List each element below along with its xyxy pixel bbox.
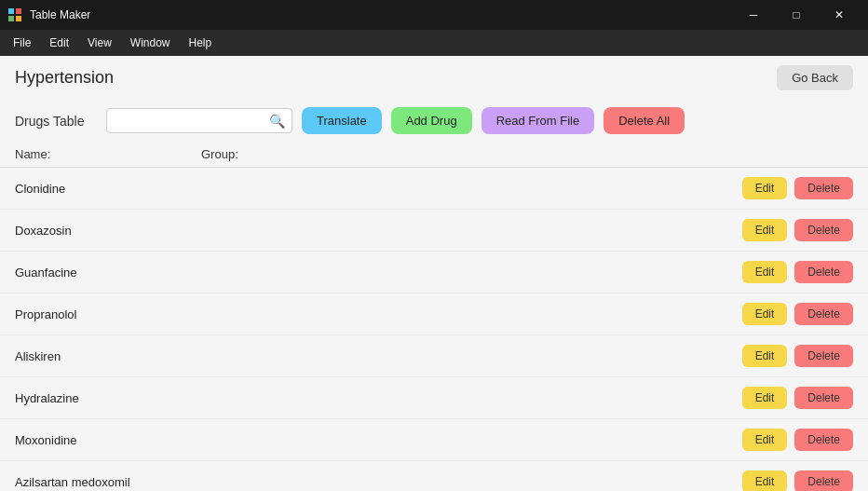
menu-help[interactable]: Help — [180, 33, 222, 53]
drug-name: Propranolol — [15, 307, 742, 321]
edit-button[interactable]: Edit — [742, 177, 788, 199]
drug-actions: EditDelete — [742, 387, 853, 409]
col-group-header: Group: — [201, 147, 238, 161]
edit-button[interactable]: Edit — [742, 387, 788, 409]
col-name-header: Name: — [15, 147, 201, 161]
main-content: Hypertension Go Back Drugs Table 🔍 Trans… — [0, 56, 868, 491]
title-bar-left: Table Maker — [7, 7, 90, 22]
drug-name: Aliskiren — [15, 349, 742, 363]
delete-button[interactable]: Delete — [794, 261, 853, 283]
app-icon — [7, 7, 22, 22]
drug-actions: EditDelete — [742, 429, 853, 451]
edit-button[interactable]: Edit — [742, 303, 788, 325]
close-button[interactable]: ✕ — [818, 0, 861, 30]
menu-bar: File Edit View Window Help — [0, 30, 868, 56]
title-bar-controls: ─ □ ✕ — [732, 0, 861, 30]
app-title: Table Maker — [30, 8, 90, 21]
drug-actions: EditDelete — [742, 471, 853, 491]
drug-row: DoxazosinEditDelete — [0, 210, 868, 252]
drug-name: Hydralazine — [15, 391, 742, 405]
toolbar-row: Drugs Table 🔍 Translate Add Drug Read Fr… — [0, 100, 868, 142]
drug-row: GuanfacineEditDelete — [0, 252, 868, 293]
edit-button[interactable]: Edit — [742, 345, 788, 367]
search-input[interactable] — [106, 108, 292, 133]
page-title: Hypertension — [15, 68, 114, 88]
drug-actions: EditDelete — [742, 303, 853, 325]
delete-button[interactable]: Delete — [794, 429, 853, 451]
maximize-button[interactable]: □ — [775, 0, 818, 30]
drug-row: HydralazineEditDelete — [0, 377, 868, 419]
drug-name: Clonidine — [15, 182, 742, 196]
title-bar: Table Maker ─ □ ✕ — [0, 0, 868, 30]
translate-button[interactable]: Translate — [302, 107, 382, 134]
edit-button[interactable]: Edit — [742, 471, 788, 491]
svg-rect-1 — [16, 8, 21, 14]
go-back-button[interactable]: Go Back — [777, 65, 853, 90]
drug-row: AliskirenEditDelete — [0, 335, 868, 377]
delete-button[interactable]: Delete — [794, 177, 853, 199]
search-icon: 🔍 — [269, 114, 285, 129]
delete-all-button[interactable]: Delete All — [604, 107, 685, 134]
drug-list: ClonidineEditDeleteDoxazosinEditDeleteGu… — [0, 168, 868, 491]
drugs-table-label: Drugs Table — [15, 114, 89, 129]
svg-rect-0 — [8, 8, 14, 14]
drug-name: Doxazosin — [15, 224, 742, 238]
drug-row: ClonidineEditDelete — [0, 168, 868, 210]
drug-name: Moxonidine — [15, 433, 742, 447]
drug-row: PropranololEditDelete — [0, 293, 868, 335]
drug-actions: EditDelete — [742, 345, 853, 367]
column-headers: Name: Group: — [0, 142, 868, 168]
svg-rect-2 — [8, 16, 14, 21]
svg-rect-3 — [16, 16, 21, 21]
delete-button[interactable]: Delete — [794, 345, 853, 367]
delete-button[interactable]: Delete — [794, 471, 853, 491]
menu-file[interactable]: File — [4, 33, 40, 53]
delete-button[interactable]: Delete — [794, 387, 853, 409]
edit-button[interactable]: Edit — [742, 219, 788, 241]
drug-name: Azilsartan medoxomil — [15, 475, 742, 489]
drug-row: Azilsartan medoxomilEditDelete — [0, 461, 868, 491]
delete-button[interactable]: Delete — [794, 303, 853, 325]
drug-actions: EditDelete — [742, 177, 853, 199]
drug-actions: EditDelete — [742, 261, 853, 283]
add-drug-button[interactable]: Add Drug — [391, 107, 472, 134]
menu-window[interactable]: Window — [121, 33, 180, 53]
edit-button[interactable]: Edit — [742, 429, 788, 451]
menu-view[interactable]: View — [78, 33, 121, 53]
drug-name: Guanfacine — [15, 266, 742, 280]
top-bar: Hypertension Go Back — [0, 56, 868, 100]
delete-button[interactable]: Delete — [794, 219, 853, 241]
menu-edit[interactable]: Edit — [40, 33, 78, 53]
drug-row: MoxonidineEditDelete — [0, 419, 868, 461]
drug-actions: EditDelete — [742, 219, 853, 241]
minimize-button[interactable]: ─ — [732, 0, 775, 30]
edit-button[interactable]: Edit — [742, 261, 788, 283]
read-from-file-button[interactable]: Read From File — [481, 107, 595, 134]
search-wrapper: 🔍 — [106, 108, 292, 133]
